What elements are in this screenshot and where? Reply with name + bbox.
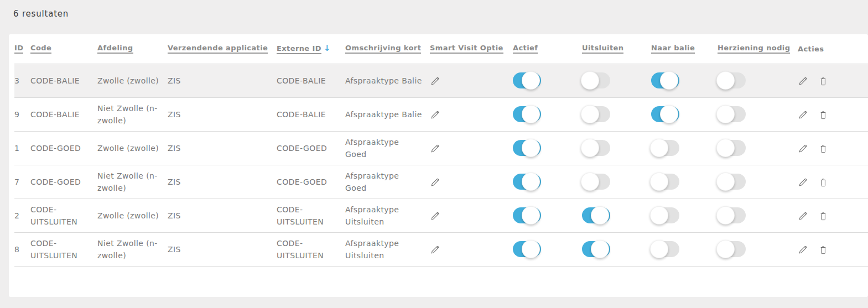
herziening-nodig-toggle[interactable]	[718, 207, 746, 223]
smart-visit-edit-button[interactable]	[430, 211, 440, 221]
column-header-omschrijving_kort[interactable]: Omschrijving kort	[345, 34, 430, 64]
column-header-label: Smart Visit Optie	[430, 44, 503, 54]
trash-icon	[818, 245, 828, 255]
edit-button[interactable]	[798, 76, 808, 86]
cell-smart-visit-optie	[430, 165, 513, 199]
actief-toggle[interactable]	[513, 174, 541, 190]
column-header-actief[interactable]: Actief	[513, 34, 582, 64]
cell-externe-id: CODE-UITSLUITEN	[277, 232, 345, 266]
cell-actief	[513, 232, 582, 266]
toggle-knob	[716, 71, 735, 90]
naar-balie-toggle[interactable]	[651, 174, 679, 190]
actief-toggle[interactable]	[513, 72, 541, 88]
herziening-nodig-toggle[interactable]	[718, 140, 746, 156]
cell-smart-visit-optie	[430, 232, 513, 266]
column-header-naar_balie[interactable]: Naar balie	[651, 34, 718, 64]
trash-icon	[818, 76, 828, 86]
uitsluiten-toggle[interactable]	[582, 241, 610, 257]
herziening-nodig-toggle[interactable]	[718, 106, 746, 122]
toggle-knob	[650, 173, 668, 191]
toggle-knob	[660, 105, 678, 123]
column-header-label: Actief	[513, 44, 538, 54]
actief-toggle[interactable]	[513, 106, 541, 122]
smart-visit-edit-button[interactable]	[430, 143, 440, 154]
uitsluiten-toggle[interactable]	[582, 174, 610, 190]
naar-balie-toggle[interactable]	[651, 72, 679, 88]
column-header-afdeling[interactable]: Afdeling	[97, 34, 168, 64]
herziening-nodig-toggle[interactable]	[718, 72, 746, 88]
naar-balie-toggle[interactable]	[651, 140, 679, 156]
herziening-nodig-toggle[interactable]	[718, 241, 746, 257]
table-header-row: IDCodeAfdelingVerzendende applicatieExte…	[14, 34, 868, 64]
cell-acties	[798, 165, 868, 199]
toggle-knob	[660, 71, 678, 90]
cell-acties	[798, 64, 868, 97]
toggle-knob	[650, 139, 668, 157]
cell-herziening-nodig	[718, 165, 798, 199]
cell-smart-visit-optie	[430, 199, 513, 232]
trash-icon	[818, 178, 828, 187]
smart-visit-edit-button[interactable]	[430, 76, 440, 86]
naar-balie-toggle[interactable]	[651, 106, 679, 122]
actief-toggle[interactable]	[513, 241, 541, 257]
delete-button[interactable]	[818, 76, 828, 86]
uitsluiten-toggle[interactable]	[582, 72, 610, 88]
smart-visit-edit-button[interactable]	[430, 244, 440, 255]
cell-verzendende-applicatie: ZIS	[168, 97, 277, 131]
table-body: 3 CODE-BALIE Zwolle (zwolle) ZIS CODE-BA…	[14, 64, 868, 266]
cell-externe-id: CODE-GOED	[277, 131, 345, 165]
column-header-code[interactable]: Code	[30, 34, 97, 64]
toggle-knob	[522, 105, 540, 123]
smart-visit-edit-button[interactable]	[430, 109, 440, 120]
trash-icon	[818, 211, 828, 221]
trash-icon	[818, 144, 828, 154]
column-header-label: Externe ID	[277, 44, 321, 54]
column-header-verzendende_applicatie[interactable]: Verzendende applicatie	[168, 34, 277, 64]
delete-button[interactable]	[818, 178, 828, 187]
naar-balie-toggle[interactable]	[651, 207, 679, 223]
naar-balie-toggle[interactable]	[651, 241, 679, 257]
table-row: 1 CODE-GOED Zwolle (zwolle) ZIS CODE-GOE…	[14, 131, 868, 165]
uitsluiten-toggle[interactable]	[582, 106, 610, 122]
cell-afdeling: Niet Zwolle (n-zwolle)	[97, 232, 168, 266]
delete-button[interactable]	[818, 144, 828, 154]
uitsluiten-toggle[interactable]	[582, 207, 610, 223]
cell-smart-visit-optie	[430, 64, 513, 97]
cell-id: 7	[14, 165, 30, 199]
cell-code: CODE-BALIE	[30, 64, 97, 97]
cell-actief	[513, 165, 582, 199]
cell-afdeling: Niet Zwolle (n-zwolle)	[97, 165, 168, 199]
column-header-label: Code	[30, 44, 51, 54]
column-header-uitsluiten[interactable]: Uitsluiten	[582, 34, 651, 64]
toggle-knob	[522, 139, 540, 157]
edit-button[interactable]	[798, 177, 808, 187]
cell-code: CODE-GOED	[30, 131, 97, 165]
edit-button[interactable]	[798, 244, 808, 255]
pencil-icon	[798, 143, 808, 154]
column-header-label: Uitsluiten	[582, 44, 623, 54]
cell-externe-id: CODE-BALIE	[277, 64, 345, 97]
actief-toggle[interactable]	[513, 140, 541, 156]
cell-afdeling: Zwolle (zwolle)	[97, 131, 168, 165]
cell-verzendende-applicatie: ZIS	[168, 199, 277, 232]
herziening-nodig-toggle[interactable]	[718, 174, 746, 190]
smart-visit-edit-button[interactable]	[430, 177, 440, 187]
delete-button[interactable]	[818, 245, 828, 255]
column-header-label: Naar balie	[651, 44, 695, 54]
column-header-id[interactable]: ID	[14, 34, 30, 64]
column-header-externe_id[interactable]: Externe ID↓	[277, 34, 345, 64]
column-header-smart_visit_optie[interactable]: Smart Visit Optie	[430, 34, 513, 64]
results-table-card: IDCodeAfdelingVerzendende applicatieExte…	[9, 34, 868, 297]
uitsluiten-toggle[interactable]	[582, 140, 610, 156]
delete-button[interactable]	[818, 211, 828, 221]
column-header-label: Verzendende applicatie	[168, 44, 268, 54]
toggle-knob	[581, 173, 599, 191]
edit-button[interactable]	[798, 211, 808, 221]
actief-toggle[interactable]	[513, 207, 541, 223]
toggle-knob	[581, 105, 599, 123]
edit-button[interactable]	[798, 143, 808, 154]
cell-naar-balie	[651, 199, 718, 232]
column-header-herziening_nodig[interactable]: Herziening nodig	[718, 34, 798, 64]
delete-button[interactable]	[818, 110, 828, 120]
edit-button[interactable]	[798, 109, 808, 120]
